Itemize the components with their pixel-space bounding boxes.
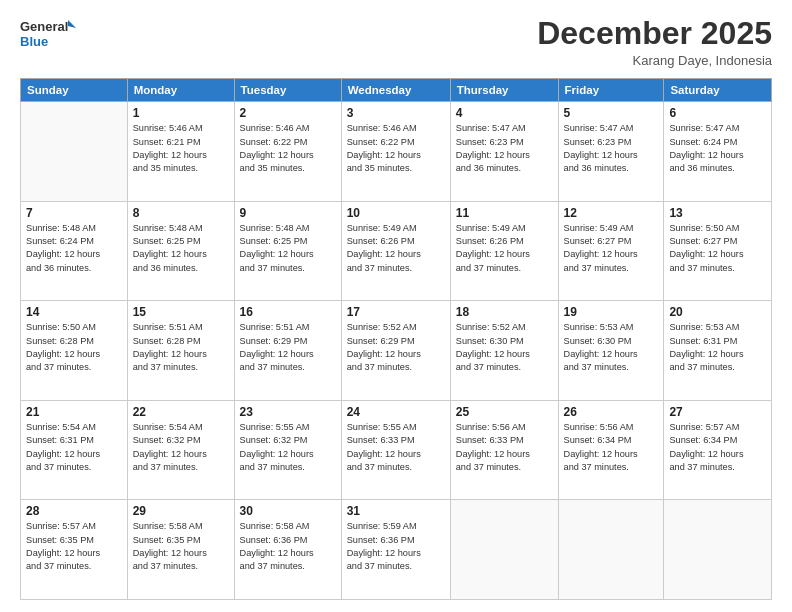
weekday-cell: Tuesday <box>234 79 341 102</box>
day-number: 24 <box>347 405 445 419</box>
day-number: 19 <box>564 305 659 319</box>
day-info: Sunrise: 5:46 AM Sunset: 6:22 PM Dayligh… <box>347 122 445 175</box>
day-info: Sunrise: 5:51 AM Sunset: 6:28 PM Dayligh… <box>133 321 229 374</box>
calendar-day-cell: 21Sunrise: 5:54 AM Sunset: 6:31 PM Dayli… <box>21 400 128 500</box>
day-info: Sunrise: 5:54 AM Sunset: 6:31 PM Dayligh… <box>26 421 122 474</box>
calendar-day-cell: 22Sunrise: 5:54 AM Sunset: 6:32 PM Dayli… <box>127 400 234 500</box>
calendar-day-cell: 12Sunrise: 5:49 AM Sunset: 6:27 PM Dayli… <box>558 201 664 301</box>
header: General Blue December 2025 Karang Daye, … <box>20 16 772 68</box>
day-info: Sunrise: 5:49 AM Sunset: 6:27 PM Dayligh… <box>564 222 659 275</box>
day-number: 16 <box>240 305 336 319</box>
day-info: Sunrise: 5:46 AM Sunset: 6:21 PM Dayligh… <box>133 122 229 175</box>
calendar-day-cell: 2Sunrise: 5:46 AM Sunset: 6:22 PM Daylig… <box>234 102 341 202</box>
day-number: 30 <box>240 504 336 518</box>
calendar-day-cell: 6Sunrise: 5:47 AM Sunset: 6:24 PM Daylig… <box>664 102 772 202</box>
calendar-day-cell: 29Sunrise: 5:58 AM Sunset: 6:35 PM Dayli… <box>127 500 234 600</box>
weekday-cell: Saturday <box>664 79 772 102</box>
day-number: 29 <box>133 504 229 518</box>
day-number: 5 <box>564 106 659 120</box>
svg-marker-2 <box>68 20 76 28</box>
day-number: 31 <box>347 504 445 518</box>
calendar-day-cell: 23Sunrise: 5:55 AM Sunset: 6:32 PM Dayli… <box>234 400 341 500</box>
calendar-day-cell: 17Sunrise: 5:52 AM Sunset: 6:29 PM Dayli… <box>341 301 450 401</box>
calendar-day-cell: 11Sunrise: 5:49 AM Sunset: 6:26 PM Dayli… <box>450 201 558 301</box>
day-number: 4 <box>456 106 553 120</box>
calendar-day-cell: 19Sunrise: 5:53 AM Sunset: 6:30 PM Dayli… <box>558 301 664 401</box>
month-title: December 2025 <box>537 16 772 51</box>
calendar-day-cell: 14Sunrise: 5:50 AM Sunset: 6:28 PM Dayli… <box>21 301 128 401</box>
day-number: 18 <box>456 305 553 319</box>
calendar-day-cell: 1Sunrise: 5:46 AM Sunset: 6:21 PM Daylig… <box>127 102 234 202</box>
calendar-day-cell: 30Sunrise: 5:58 AM Sunset: 6:36 PM Dayli… <box>234 500 341 600</box>
day-info: Sunrise: 5:52 AM Sunset: 6:30 PM Dayligh… <box>456 321 553 374</box>
day-info: Sunrise: 5:50 AM Sunset: 6:27 PM Dayligh… <box>669 222 766 275</box>
calendar-day-cell: 13Sunrise: 5:50 AM Sunset: 6:27 PM Dayli… <box>664 201 772 301</box>
calendar-table: SundayMondayTuesdayWednesdayThursdayFrid… <box>20 78 772 600</box>
calendar-week-row: 1Sunrise: 5:46 AM Sunset: 6:21 PM Daylig… <box>21 102 772 202</box>
calendar-body: 1Sunrise: 5:46 AM Sunset: 6:21 PM Daylig… <box>21 102 772 600</box>
logo: General Blue <box>20 16 76 52</box>
day-info: Sunrise: 5:47 AM Sunset: 6:23 PM Dayligh… <box>564 122 659 175</box>
day-info: Sunrise: 5:57 AM Sunset: 6:34 PM Dayligh… <box>669 421 766 474</box>
weekday-header: SundayMondayTuesdayWednesdayThursdayFrid… <box>21 79 772 102</box>
day-number: 17 <box>347 305 445 319</box>
svg-text:General: General <box>20 19 68 34</box>
day-number: 20 <box>669 305 766 319</box>
day-info: Sunrise: 5:59 AM Sunset: 6:36 PM Dayligh… <box>347 520 445 573</box>
logo-svg: General Blue <box>20 16 76 52</box>
weekday-cell: Wednesday <box>341 79 450 102</box>
day-info: Sunrise: 5:48 AM Sunset: 6:25 PM Dayligh… <box>240 222 336 275</box>
day-number: 1 <box>133 106 229 120</box>
day-info: Sunrise: 5:58 AM Sunset: 6:36 PM Dayligh… <box>240 520 336 573</box>
day-number: 25 <box>456 405 553 419</box>
day-number: 28 <box>26 504 122 518</box>
calendar-day-cell: 4Sunrise: 5:47 AM Sunset: 6:23 PM Daylig… <box>450 102 558 202</box>
calendar-day-cell: 8Sunrise: 5:48 AM Sunset: 6:25 PM Daylig… <box>127 201 234 301</box>
day-info: Sunrise: 5:48 AM Sunset: 6:25 PM Dayligh… <box>133 222 229 275</box>
calendar-day-cell <box>664 500 772 600</box>
day-info: Sunrise: 5:48 AM Sunset: 6:24 PM Dayligh… <box>26 222 122 275</box>
day-info: Sunrise: 5:47 AM Sunset: 6:23 PM Dayligh… <box>456 122 553 175</box>
day-number: 13 <box>669 206 766 220</box>
calendar-day-cell: 10Sunrise: 5:49 AM Sunset: 6:26 PM Dayli… <box>341 201 450 301</box>
calendar-week-row: 14Sunrise: 5:50 AM Sunset: 6:28 PM Dayli… <box>21 301 772 401</box>
calendar-day-cell <box>21 102 128 202</box>
calendar-day-cell <box>450 500 558 600</box>
calendar-day-cell: 27Sunrise: 5:57 AM Sunset: 6:34 PM Dayli… <box>664 400 772 500</box>
day-number: 22 <box>133 405 229 419</box>
day-number: 6 <box>669 106 766 120</box>
day-info: Sunrise: 5:52 AM Sunset: 6:29 PM Dayligh… <box>347 321 445 374</box>
calendar-day-cell: 18Sunrise: 5:52 AM Sunset: 6:30 PM Dayli… <box>450 301 558 401</box>
day-info: Sunrise: 5:47 AM Sunset: 6:24 PM Dayligh… <box>669 122 766 175</box>
day-number: 21 <box>26 405 122 419</box>
day-info: Sunrise: 5:49 AM Sunset: 6:26 PM Dayligh… <box>456 222 553 275</box>
calendar-day-cell: 20Sunrise: 5:53 AM Sunset: 6:31 PM Dayli… <box>664 301 772 401</box>
calendar-week-row: 28Sunrise: 5:57 AM Sunset: 6:35 PM Dayli… <box>21 500 772 600</box>
calendar-day-cell: 28Sunrise: 5:57 AM Sunset: 6:35 PM Dayli… <box>21 500 128 600</box>
subtitle: Karang Daye, Indonesia <box>537 53 772 68</box>
calendar-day-cell: 9Sunrise: 5:48 AM Sunset: 6:25 PM Daylig… <box>234 201 341 301</box>
day-number: 7 <box>26 206 122 220</box>
day-info: Sunrise: 5:56 AM Sunset: 6:34 PM Dayligh… <box>564 421 659 474</box>
day-number: 9 <box>240 206 336 220</box>
calendar-day-cell: 3Sunrise: 5:46 AM Sunset: 6:22 PM Daylig… <box>341 102 450 202</box>
svg-text:Blue: Blue <box>20 34 48 49</box>
day-number: 26 <box>564 405 659 419</box>
day-info: Sunrise: 5:55 AM Sunset: 6:33 PM Dayligh… <box>347 421 445 474</box>
weekday-cell: Friday <box>558 79 664 102</box>
day-number: 10 <box>347 206 445 220</box>
day-number: 11 <box>456 206 553 220</box>
day-info: Sunrise: 5:49 AM Sunset: 6:26 PM Dayligh… <box>347 222 445 275</box>
day-info: Sunrise: 5:53 AM Sunset: 6:30 PM Dayligh… <box>564 321 659 374</box>
day-info: Sunrise: 5:55 AM Sunset: 6:32 PM Dayligh… <box>240 421 336 474</box>
calendar-day-cell: 7Sunrise: 5:48 AM Sunset: 6:24 PM Daylig… <box>21 201 128 301</box>
day-info: Sunrise: 5:51 AM Sunset: 6:29 PM Dayligh… <box>240 321 336 374</box>
weekday-cell: Sunday <box>21 79 128 102</box>
calendar-week-row: 7Sunrise: 5:48 AM Sunset: 6:24 PM Daylig… <box>21 201 772 301</box>
page: General Blue December 2025 Karang Daye, … <box>0 0 792 612</box>
calendar-day-cell <box>558 500 664 600</box>
calendar-day-cell: 24Sunrise: 5:55 AM Sunset: 6:33 PM Dayli… <box>341 400 450 500</box>
day-number: 12 <box>564 206 659 220</box>
day-info: Sunrise: 5:53 AM Sunset: 6:31 PM Dayligh… <box>669 321 766 374</box>
day-info: Sunrise: 5:57 AM Sunset: 6:35 PM Dayligh… <box>26 520 122 573</box>
